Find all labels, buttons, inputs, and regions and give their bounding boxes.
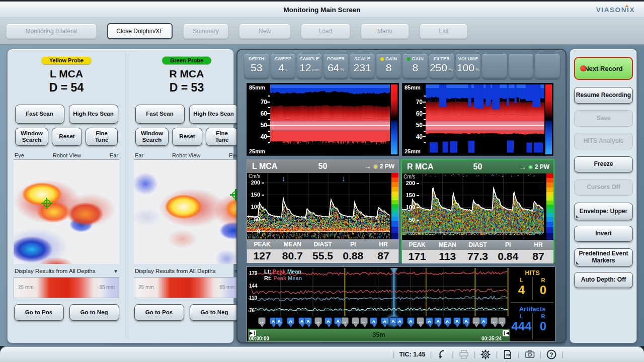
param-tile-gain[interactable]: GAIN8	[376, 54, 401, 79]
mmode-display-right[interactable]: 85mm25mm70605040	[402, 83, 553, 156]
printer-icon[interactable]	[458, 349, 469, 360]
spectrogram-left[interactable]: L MCA50→2 PWCm/s200150100500↓↓PEAKMEANDI…	[247, 159, 399, 262]
probe-color-dot	[528, 165, 533, 169]
param-tile-scale[interactable]: SCALE231 Cm	[350, 54, 375, 79]
toolbar-button-close-dolphin-xf[interactable]: Close Dolphin/XF	[107, 23, 173, 39]
toolbar-button-load[interactable]: Load	[301, 24, 350, 39]
robot-view-heatmap[interactable]	[14, 160, 119, 264]
event-marker-pin[interactable]: A	[444, 317, 451, 324]
param-label: POWER	[324, 56, 349, 61]
envelope-upper-button[interactable]: Envelope: Upper	[574, 203, 633, 220]
event-marker-pin[interactable]: ..	[352, 317, 359, 324]
window-search-button[interactable]: Window Search	[135, 128, 169, 146]
robot-view-right-label: Ear	[110, 152, 118, 158]
event-marker-pin[interactable]: ..	[498, 317, 506, 324]
mmode-axis-tick: 60	[416, 110, 423, 117]
param-tile-volume[interactable]: VOLUME100 %	[456, 54, 481, 79]
spectral-canvas	[247, 173, 390, 239]
event-marker-pin[interactable]: A	[434, 317, 442, 324]
chevron-down-icon: ▼	[113, 268, 118, 274]
event-marker-pin[interactable]: A	[287, 317, 294, 324]
go-to-neg-button[interactable]: Go to Neg	[69, 304, 119, 321]
event-marker-pin[interactable]: ..	[341, 317, 349, 324]
timeline-bar[interactable]: ▶❘ ❘◀ 00:00:00 35m 00:35:24	[248, 328, 510, 341]
go-to-pos-button[interactable]: Go to Pos	[134, 304, 184, 321]
fast-scan-button[interactable]: Fast Scan	[135, 105, 185, 124]
reset-button[interactable]: Reset	[52, 128, 82, 146]
dropdown-label: Display Results from All Depths	[135, 268, 215, 274]
depth-value-label: D = 54	[10, 81, 123, 95]
param-tile-sample[interactable]: SAMPLE12 mm	[297, 54, 322, 79]
fast-scan-button[interactable]: Fast Scan	[15, 105, 64, 124]
param-tile-filter[interactable]: FILTER250 Hz	[429, 54, 454, 79]
spectral-plot[interactable]: Cm/s200150100500↓↓	[247, 173, 398, 239]
velocity-color-scale	[546, 173, 553, 240]
go-to-pos-button[interactable]: Go to Pos	[14, 304, 64, 321]
timeline-end-time: 00:35:24	[481, 336, 502, 341]
toolbar-button-summary[interactable]: Summary	[183, 24, 228, 39]
event-marker-pin[interactable]: ..	[417, 317, 424, 324]
event-marker-pin[interactable]: A	[426, 317, 433, 324]
param-tile-power[interactable]: POWER64 %	[324, 54, 349, 79]
next-record-button[interactable]: Next Record	[574, 57, 633, 80]
depth-result-scale[interactable]: 25 mm85 mm	[14, 277, 119, 298]
mmode-display-left[interactable]: 85mm25mm70605040	[247, 83, 399, 156]
event-marker-pin[interactable]: A	[396, 317, 404, 324]
param-tile-gain[interactable]: GAIN8	[403, 54, 428, 79]
toolbar-button-new[interactable]: New	[239, 24, 290, 39]
event-marker-pin[interactable]: ..	[258, 317, 266, 324]
fine-tune-button[interactable]: Fine Tune	[86, 128, 118, 146]
hits-analysis-button[interactable]: HITS Analysis	[574, 133, 633, 149]
fine-tune-button[interactable]: Fine Tune	[206, 128, 238, 146]
hits-counter: HITS LR 40	[511, 268, 554, 303]
event-marker-pin[interactable]: A	[407, 317, 415, 324]
event-marker-pin[interactable]: ..	[360, 317, 368, 324]
event-marker-pin[interactable]: A	[370, 317, 377, 324]
go-to-neg-button[interactable]: Go to Neg	[190, 304, 239, 321]
event-marker-pin[interactable]: ..	[314, 317, 322, 324]
param-tile-depth[interactable]: DEPTH53	[244, 54, 269, 79]
event-marker-pin[interactable]: A	[462, 317, 470, 324]
toolbar-button-menu[interactable]: Menu	[361, 24, 409, 39]
event-marker-pin[interactable]: A	[275, 317, 283, 324]
auto-depth-off-button[interactable]: Auto Depth: Off	[574, 272, 633, 288]
camera-icon[interactable]	[524, 349, 535, 360]
export-icon[interactable]	[502, 349, 513, 360]
robot-view-heatmap[interactable]	[134, 160, 239, 264]
help-icon[interactable]: ?	[546, 349, 557, 360]
event-marker-pin[interactable]: A	[480, 317, 488, 324]
reset-button[interactable]: Reset	[172, 128, 202, 146]
depth-result-scale[interactable]: 25 mm85 mm	[134, 277, 239, 298]
event-marker-pin[interactable]: A	[325, 317, 332, 324]
predefined-event-markers-button[interactable]: Predefined Event Markers	[574, 248, 633, 266]
freeze-button[interactable]: Freeze	[574, 156, 633, 172]
stat-value-peak: 171	[402, 250, 432, 263]
event-marker-pin[interactable]: ..	[491, 317, 498, 324]
settings-gear-icon[interactable]	[480, 349, 491, 360]
stat-header-pi: PI	[338, 239, 368, 249]
display-results-dropdown[interactable]: Display Results from All Depths▼	[135, 268, 238, 274]
cursors-off-button[interactable]: Cursors Off	[574, 179, 633, 196]
event-marker-pin[interactable]: A	[453, 317, 461, 324]
high-res-scan-button[interactable]: High Res Scan	[69, 105, 118, 124]
display-results-dropdown[interactable]: Display Results from All Depths▼	[15, 268, 118, 274]
stat-value-mean: 80.7	[277, 249, 307, 263]
event-marker-pin[interactable]: A	[381, 317, 388, 324]
spectral-plot[interactable]: Cm/s20015010050	[402, 173, 553, 240]
event-marker-pin[interactable]: A	[304, 317, 312, 324]
toolbar-button-exit[interactable]: Exit	[420, 24, 467, 39]
invert-button[interactable]: Invert	[574, 226, 633, 242]
undo-icon[interactable]	[436, 349, 447, 360]
resume-recording-button[interactable]: Resume Recording	[574, 87, 633, 104]
window-search-button[interactable]: Window Search	[15, 128, 48, 146]
stat-value-diast: 55.5	[307, 249, 338, 263]
event-marker-pin[interactable]: A	[334, 317, 342, 324]
status-icons: | TIC: 1.45 | | | |	[393, 347, 564, 362]
param-tile-sweep[interactable]: SWEEP4 s	[271, 54, 296, 79]
save-button[interactable]: Save	[574, 110, 633, 127]
toolbar-button-monitoring-bilateral[interactable]: Monitoring Bilateral	[6, 24, 97, 39]
corner-marker	[576, 261, 579, 264]
high-res-scan-button[interactable]: High Res Scan	[189, 105, 238, 124]
spectrogram-right[interactable]: R MCA50→2 PWCm/s20015010050PEAKMEANDIAST…	[401, 159, 554, 262]
event-marker-pin[interactable]: ..	[472, 317, 480, 324]
